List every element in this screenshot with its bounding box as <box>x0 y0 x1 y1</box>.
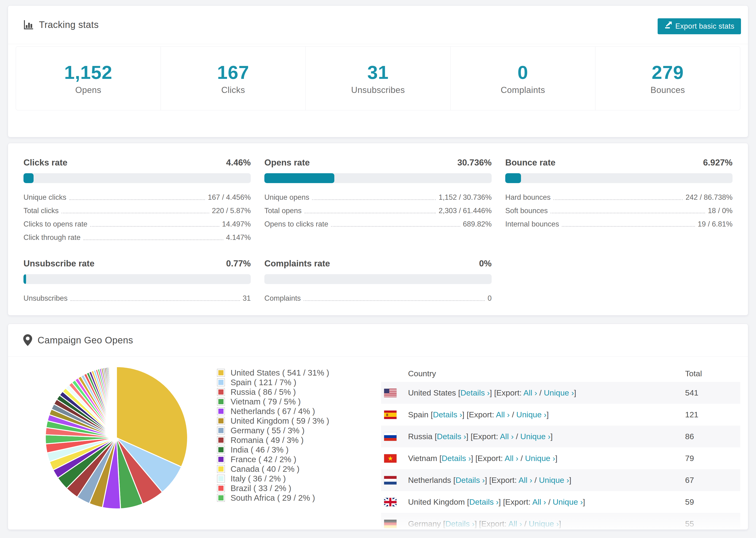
legend-item[interactable]: Russia ( 86 / 5% ) <box>217 387 357 397</box>
export-all-link[interactable]: All › <box>496 410 510 419</box>
stat-row-label: Total opens <box>264 207 302 215</box>
legend-item[interactable]: Vietnam ( 79 / 5% ) <box>217 397 357 406</box>
legend-label: United Kingdom ( 59 / 3% ) <box>231 416 329 426</box>
legend-item[interactable]: Italy ( 36 / 2% ) <box>217 474 357 483</box>
stat-row: Total clicks 220 / 5.87% <box>24 204 251 217</box>
details-link[interactable]: Details › <box>445 519 475 528</box>
export-all-link[interactable]: All › <box>505 454 518 463</box>
summary-stat: 279 Bounces <box>595 47 740 110</box>
rate-block: Bounce rate 6.927% Hard bounces 242 / 86… <box>505 158 732 244</box>
country-cell: Vietnam [Details ›] [Export: All › / Uni… <box>408 454 685 463</box>
export-unique-link[interactable]: Unique › <box>539 476 569 484</box>
total-cell: 541 <box>685 388 740 398</box>
export-all-link[interactable]: All › <box>519 476 532 484</box>
details-link[interactable]: Details › <box>442 454 471 463</box>
country-column-header: Country <box>408 369 685 378</box>
export-unique-link[interactable]: Unique › <box>529 519 559 528</box>
legend-swatch <box>217 378 225 386</box>
dotted-leader <box>69 195 205 200</box>
geo-table-header: Country Total <box>381 365 740 382</box>
stat-value: 1,152 <box>64 62 112 83</box>
export-unique-link[interactable]: Unique › <box>516 410 547 419</box>
stat-row-value: 220 / 5.87% <box>212 207 251 215</box>
details-link[interactable]: Details › <box>469 497 499 506</box>
table-row: United States [Details ›] [Export: All ›… <box>381 382 740 404</box>
export-unique-link[interactable]: Unique › <box>553 497 583 506</box>
progress-bar <box>24 173 251 183</box>
rate-value: 30.736% <box>458 158 492 168</box>
legend-item[interactable]: South Africa ( 29 / 2% ) <box>217 493 357 503</box>
stat-row-value: 2,303 / 61.446% <box>439 207 492 215</box>
legend-swatch <box>217 456 225 463</box>
legend-label: Germany ( 55 / 3% ) <box>231 426 304 435</box>
legend-item[interactable]: Netherlands ( 67 / 4% ) <box>217 406 357 416</box>
pie-slice[interactable] <box>116 367 117 438</box>
dotted-leader <box>83 235 223 240</box>
total-column-header: Total <box>685 369 740 378</box>
legend-swatch <box>217 426 225 435</box>
stat-row-value: 31 <box>243 294 251 302</box>
legend-swatch <box>217 369 225 377</box>
export-all-link[interactable]: All › <box>500 432 514 441</box>
flag-de-icon <box>384 520 397 528</box>
export-all-link[interactable]: All › <box>508 519 522 528</box>
export-unique-link[interactable]: Unique › <box>520 432 551 441</box>
legend-swatch <box>217 436 225 444</box>
stat-value: 279 <box>652 62 684 83</box>
legend-item[interactable]: India ( 46 / 3% ) <box>217 445 357 455</box>
stat-row: Unsubscribes 31 <box>24 292 251 305</box>
rate-title: Clicks rate <box>24 158 67 168</box>
stat-row: Click through rate 4.147% <box>24 231 251 244</box>
export-all-link[interactable]: All › <box>523 388 537 397</box>
stat-row-value: 18 / 0% <box>708 207 732 215</box>
stat-label: Complaints <box>501 85 545 95</box>
legend-label: Spain ( 121 / 7% ) <box>231 378 296 387</box>
details-link[interactable]: Details › <box>433 410 462 419</box>
legend-swatch <box>217 407 225 415</box>
details-link[interactable]: Details › <box>460 388 490 397</box>
details-link[interactable]: Details › <box>456 476 485 484</box>
summary-stat: 167 Clicks <box>161 47 305 110</box>
country-name: Spain <box>408 410 428 419</box>
legend-swatch <box>217 494 225 502</box>
progress-bar-fill <box>264 173 334 183</box>
legend-item[interactable]: Germany ( 55 / 3% ) <box>217 426 357 435</box>
stat-row-label: Soft bounces <box>505 207 548 215</box>
flag-nl-icon <box>384 476 397 484</box>
dotted-leader <box>331 222 460 227</box>
dotted-leader <box>303 296 485 301</box>
legend-swatch <box>217 417 225 425</box>
progress-bar <box>505 173 732 183</box>
legend-item[interactable]: United Kingdom ( 59 / 3% ) <box>217 416 357 426</box>
legend-item[interactable]: United States ( 541 / 31% ) <box>217 368 357 377</box>
progress-bar <box>24 274 251 284</box>
export-basic-stats-button[interactable]: Export basic stats <box>658 18 741 34</box>
legend-item[interactable]: France ( 42 / 2% ) <box>217 455 357 464</box>
bar-chart-icon <box>23 20 34 30</box>
stat-value: 0 <box>517 62 528 83</box>
progress-bar <box>264 274 492 284</box>
total-cell: 55 <box>685 519 740 528</box>
geo-pie-chart[interactable] <box>25 365 213 530</box>
legend-label: Italy ( 36 / 2% ) <box>231 474 286 483</box>
legend-item[interactable]: Spain ( 121 / 7% ) <box>217 377 357 387</box>
export-all-link[interactable]: All › <box>532 497 546 506</box>
details-link[interactable]: Details › <box>437 432 466 441</box>
stat-row-value: 19 / 6.81% <box>698 220 732 228</box>
export-unique-link[interactable]: Unique › <box>525 454 555 463</box>
country-name: United Kingdom <box>408 497 465 506</box>
stat-row: Hard bounces 242 / 86.738% <box>505 190 732 204</box>
export-icon <box>664 22 672 31</box>
flag-gb-icon <box>384 498 397 506</box>
legend-label: United States ( 541 / 31% ) <box>231 368 329 377</box>
total-cell: 86 <box>685 432 740 441</box>
legend-item[interactable]: Romania ( 49 / 3% ) <box>217 435 357 445</box>
geo-header: Campaign Geo Opens <box>8 324 748 356</box>
rate-title: Opens rate <box>264 158 310 168</box>
export-unique-link[interactable]: Unique › <box>544 388 574 397</box>
campaign-geo-opens-card: Campaign Geo Opens United States ( 541 /… <box>8 324 748 530</box>
tracking-stats-page: Tracking stats Export basic stats 1,152 … <box>0 5 756 538</box>
legend-item[interactable]: Canada ( 40 / 2% ) <box>217 464 357 474</box>
stat-row-label: Click through rate <box>24 233 81 242</box>
legend-item[interactable]: Brazil ( 33 / 2% ) <box>217 483 357 493</box>
